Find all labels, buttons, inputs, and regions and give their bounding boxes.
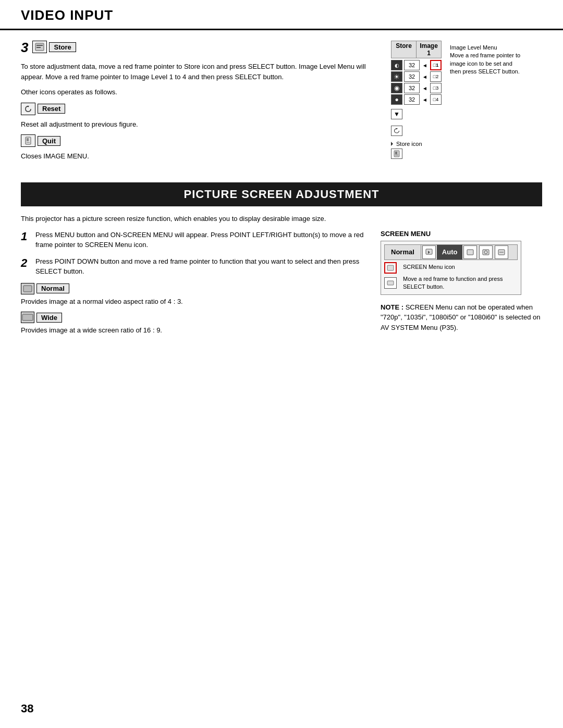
row2-level: □2 bbox=[430, 71, 442, 82]
psa-left: 1 Press MENU button and ON-SCREEN MENU w… bbox=[21, 230, 365, 341]
image-menu-header: Store Image 1 bbox=[391, 41, 442, 58]
quit-label: Quit bbox=[38, 136, 60, 146]
screen-icon-row-1 bbox=[384, 262, 397, 274]
normal-icon bbox=[21, 283, 34, 294]
wide-header: Wide bbox=[21, 312, 365, 323]
standalone-icons: ▼ Store icon bbox=[391, 109, 442, 159]
row3-arrow-left: ◄ bbox=[421, 85, 429, 91]
psa-body: 1 Press MENU button and ON-SCREEN MENU w… bbox=[21, 230, 542, 341]
normal-function: Normal Provides image at a normal video … bbox=[21, 283, 365, 307]
svg-rect-9 bbox=[395, 152, 397, 154]
section-3: 3 Store To store adjustment data, move a… bbox=[21, 41, 542, 167]
row4-level: □4 bbox=[430, 94, 442, 105]
row1-value: 32 bbox=[404, 60, 420, 70]
screen-small-icon-2 bbox=[384, 277, 397, 289]
smb-auto: Auto bbox=[437, 245, 463, 260]
screen-menu-label: SCREEN MENU bbox=[381, 230, 542, 238]
row3-value: 32 bbox=[404, 83, 420, 93]
smb-icon-2 bbox=[463, 245, 477, 259]
row2-value: 32 bbox=[404, 71, 420, 82]
svg-rect-1 bbox=[36, 45, 43, 46]
image-menu-diagram: Store Image 1 ◐ 32 ◄ □1 ☀ 32 ◄ bbox=[391, 41, 442, 159]
psa-step-1: 1 Press MENU button and ON-SCREEN MENU w… bbox=[21, 230, 365, 250]
row2-arrow-left: ◄ bbox=[421, 74, 429, 80]
screen-icon-column bbox=[384, 262, 397, 290]
page-header: VIDEO INPUT bbox=[0, 0, 563, 30]
screen-menu-diagram: Normal Auto bbox=[381, 241, 521, 295]
image-row-3: ◉ 32 ◄ □3 bbox=[391, 83, 442, 93]
quit-item: Quit Closes IMAGE MENU. bbox=[21, 134, 375, 162]
diagram-note: Image Level MenuMove a red frame pointer… bbox=[450, 41, 520, 76]
other-icons-text: Other icons operates as follows. bbox=[21, 87, 375, 97]
store-description: To store adjustment data, move a red fra… bbox=[21, 61, 375, 82]
page-title: VIDEO INPUT bbox=[21, 7, 542, 23]
note-label: NOTE : bbox=[381, 303, 406, 311]
svg-rect-12 bbox=[22, 314, 33, 320]
screen-notes-column: SCREEN Menu icon Move a red frame to fun… bbox=[401, 262, 518, 291]
quit-icon bbox=[21, 134, 35, 147]
psa-step-1-text: Press MENU button and ON-SCREEN MENU wil… bbox=[35, 230, 365, 250]
row1-arrow-left: ◄ bbox=[421, 63, 429, 68]
normal-desc: Provides image at a normal video aspect … bbox=[21, 297, 365, 307]
row1-level: □1 bbox=[430, 60, 442, 70]
svg-rect-21 bbox=[387, 281, 394, 285]
psa-step-2: 2 Press POINT DOWN button and move a red… bbox=[21, 256, 365, 277]
page-number: 38 bbox=[21, 702, 33, 715]
smb-normal: Normal bbox=[385, 245, 421, 260]
normal-label: Normal bbox=[36, 283, 69, 293]
row3-icon: ◉ bbox=[391, 83, 402, 93]
psa-step-2-num: 2 bbox=[21, 256, 31, 277]
screen-menu-bar: Normal Auto bbox=[384, 244, 518, 260]
svg-rect-5 bbox=[27, 138, 29, 141]
row4-icon: ● bbox=[391, 94, 402, 105]
standalone-icon-reset bbox=[391, 126, 402, 136]
standalone-icon-quit bbox=[391, 149, 402, 159]
screen-menu-section: SCREEN MENU Normal bbox=[381, 230, 542, 295]
image-row-4: ● 32 ◄ □4 bbox=[391, 94, 442, 105]
wide-icon bbox=[21, 312, 34, 323]
normal-header: Normal bbox=[21, 283, 365, 294]
screen-icons-area: SCREEN Menu icon Move a red frame to fun… bbox=[384, 262, 518, 291]
row4-value: 32 bbox=[404, 94, 420, 105]
psa-step-2-text: Press POINT DOWN button and move a red f… bbox=[35, 256, 365, 277]
reset-icon bbox=[21, 103, 35, 115]
step-3-number: 3 bbox=[21, 41, 28, 54]
store-col-header: Store bbox=[391, 41, 417, 58]
image-row-1: ◐ 32 ◄ □1 bbox=[391, 60, 442, 70]
svg-rect-20 bbox=[387, 265, 394, 270]
section-3-left: 3 Store To store adjustment data, move a… bbox=[21, 41, 375, 167]
smb-icon-1 bbox=[422, 245, 436, 259]
psa-step-1-num: 1 bbox=[21, 230, 31, 250]
row1-icon: ◐ bbox=[391, 60, 402, 70]
screen-icon-note: SCREEN Menu icon bbox=[403, 263, 518, 271]
psa-right: SCREEN MENU Normal bbox=[381, 230, 542, 341]
reset-label: Reset bbox=[38, 104, 65, 114]
image-level-note: Image Level MenuMove a red frame pointer… bbox=[450, 44, 520, 76]
svg-rect-2 bbox=[36, 47, 41, 48]
quit-desc: Closes IMAGE MENU. bbox=[21, 151, 375, 162]
standalone-icon-1: ▼ bbox=[391, 109, 402, 119]
screen-small-icon-1 bbox=[384, 262, 397, 274]
store-icon-row: Store bbox=[32, 41, 76, 53]
reset-icon-row: Reset bbox=[21, 103, 375, 115]
step-3-header: 3 Store bbox=[21, 41, 375, 57]
section-3-right: Store Image 1 ◐ 32 ◄ □1 ☀ 32 ◄ bbox=[391, 41, 542, 167]
wide-function: Wide Provides image at a wide screen rat… bbox=[21, 312, 365, 336]
note-box: NOTE : SCREEN Menu can not be operated w… bbox=[381, 302, 542, 333]
store-label: Store bbox=[49, 42, 76, 52]
reset-desc: Reset all adjustment to previous figure. bbox=[21, 119, 375, 130]
svg-rect-10 bbox=[395, 155, 398, 155]
svg-rect-6 bbox=[27, 142, 30, 143]
reset-item: Reset Reset all adjustment to previous f… bbox=[21, 103, 375, 130]
store-icon-note-text: Store icon bbox=[396, 141, 422, 147]
store-diagram-row: Store Image 1 ◐ 32 ◄ □1 ☀ 32 ◄ bbox=[391, 41, 542, 159]
svg-rect-11 bbox=[23, 286, 32, 292]
row4-arrow-left: ◄ bbox=[421, 97, 429, 103]
psa-title-bar: PICTURE SCREEN ADJUSTMENT bbox=[21, 182, 542, 206]
screen-frame-note: Move a red frame to function and press S… bbox=[403, 275, 518, 291]
image-row-2: ☀ 32 ◄ □2 bbox=[391, 71, 442, 82]
row3-level: □3 bbox=[430, 83, 442, 93]
wide-label: Wide bbox=[36, 313, 62, 323]
smb-icon-4 bbox=[495, 245, 508, 259]
store-icon-with-label: Store icon bbox=[391, 141, 422, 147]
